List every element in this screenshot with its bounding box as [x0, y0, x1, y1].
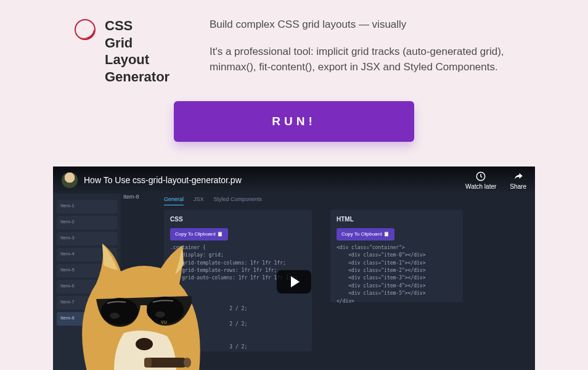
svg-point-4 — [155, 311, 165, 318]
sidebar-item: Item-1 — [57, 200, 117, 213]
svg-point-9 — [184, 358, 191, 368]
html-code: <div class="container"> <div class="item… — [337, 244, 457, 305]
tab-styled: Styled Components — [214, 196, 263, 205]
tab-jsx: JSX — [194, 196, 204, 205]
svg-text:VU: VU — [161, 320, 167, 324]
svg-point-6 — [136, 338, 153, 350]
doge-image: VU — [59, 234, 226, 370]
clock-icon — [475, 171, 486, 182]
svg-rect-8 — [144, 358, 152, 368]
sub-description: It's a professional tool: implicit grid … — [210, 44, 546, 75]
share-icon — [513, 171, 524, 182]
share-button[interactable]: Share — [510, 171, 526, 190]
page-title: CSS Grid Layout Generator — [105, 17, 169, 85]
tab-general: General — [164, 196, 184, 205]
watch-later-label: Watch later — [465, 183, 496, 190]
logo-icon — [74, 18, 96, 41]
svg-point-3 — [110, 313, 120, 319]
copy-html-button: Copy To Clipboard 📋 — [337, 228, 394, 240]
channel-avatar — [62, 172, 78, 188]
tagline: Build complex CSS grid layouts — visuall… — [210, 18, 546, 31]
run-button[interactable]: RUN! — [174, 101, 414, 142]
watch-later-button[interactable]: Watch later — [465, 171, 496, 190]
css-panel-label: CSS — [170, 215, 306, 224]
html-panel: HTML Copy To Clipboard 📋 <div class="con… — [330, 210, 463, 302]
video-thumbnail: Item-1 Item-2 Item-3 Item-4 Item-5 Item-… — [53, 166, 535, 370]
code-tabs: General JSX Styled Components — [164, 196, 262, 205]
selected-item-label: Item-8 — [123, 194, 139, 200]
share-label: Share — [510, 183, 526, 190]
video-embed[interactable]: Item-1 Item-2 Item-3 Item-4 Item-5 Item-… — [53, 166, 535, 370]
html-panel-label: HTML — [337, 215, 457, 224]
video-title: How To Use css-grid-layout-generator.pw — [84, 175, 459, 185]
sidebar-item: Item-2 — [57, 216, 117, 229]
play-icon — [291, 276, 300, 287]
play-button[interactable] — [277, 270, 311, 294]
